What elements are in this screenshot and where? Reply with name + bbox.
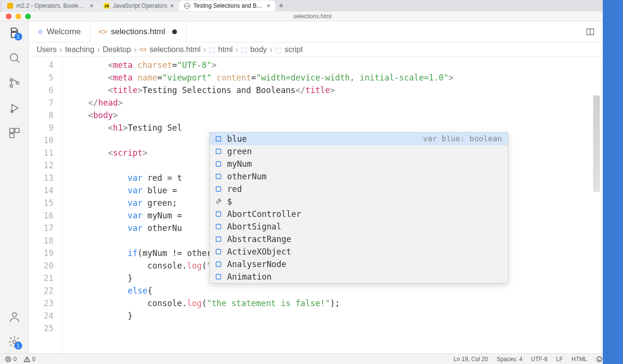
tab-label: Testing Selections and Boolea… [193, 2, 264, 9]
breadcrumb-symbol[interactable]: body [250, 45, 267, 54]
breadcrumb-symbol[interactable]: html [218, 45, 232, 54]
suggest-item[interactable]: ActiveXObject [210, 245, 508, 258]
line-number: 8 [29, 109, 54, 121]
close-icon[interactable]: × [267, 2, 271, 10]
breadcrumb-segment[interactable]: teaching [65, 45, 95, 54]
breadcrumb-segment[interactable]: Users [37, 45, 57, 54]
status-bar: 0 0 Ln 19, Col 20 Spaces: 4 UTF-8 LF HTM… [0, 353, 623, 364]
chevron-right-icon: › [236, 45, 238, 54]
svg-rect-23 [216, 262, 221, 267]
editor-tab[interactable]: <>selections.html [90, 21, 186, 42]
suggest-label: AnalyserNode [227, 259, 286, 269]
suggest-item[interactable]: otherNum [210, 170, 508, 183]
settings-badge: 1 [14, 342, 22, 350]
explorer-icon[interactable]: 1 [8, 26, 21, 40]
window-title: selections.html [35, 13, 590, 20]
video-sidebar [603, 0, 623, 364]
minimap-scrollbar[interactable] [593, 95, 600, 192]
intellisense-popup[interactable]: var blue: boolean bluegreenmyNumotherNum… [209, 132, 508, 283]
maximize-window-icon[interactable] [25, 13, 31, 19]
suggest-label: AbortController [227, 209, 301, 219]
suggest-label: $ [227, 197, 232, 206]
line-number: 19 [29, 247, 54, 259]
suggest-item[interactable]: green [210, 145, 508, 158]
tab-label: m2.2 - Operators, Booleans & [16, 2, 87, 9]
status-language[interactable]: HTML [571, 356, 587, 363]
vscode-window: 1 1 ⟐Welcome<>selections.html [0, 21, 623, 353]
line-number: 21 [29, 272, 54, 284]
svg-rect-16 [216, 162, 221, 166]
symbol-icon: ⬚ [241, 46, 247, 54]
line-number: 25 [29, 322, 54, 335]
suggest-item[interactable]: AbortController [210, 208, 508, 220]
account-icon[interactable] [8, 310, 21, 324]
browser-tab[interactable]: m2.2 - Operators, Booleans &× [2, 0, 98, 11]
source-control-icon[interactable] [8, 76, 21, 90]
code-line[interactable]: <meta charset="UTF-8"> [68, 59, 623, 71]
explorer-badge: 1 [14, 33, 22, 40]
svg-rect-6 [15, 128, 19, 133]
suggest-item[interactable]: myNum [210, 158, 508, 170]
search-icon[interactable] [8, 51, 21, 65]
tab-label: JavaScript Operators [113, 2, 167, 9]
code-line[interactable]: <title>Testing Selections and Booleans</… [68, 84, 623, 96]
suggest-item[interactable]: Animation [210, 270, 508, 283]
breadcrumb-file[interactable]: selections.html [149, 45, 201, 54]
status-errors[interactable]: 0 [5, 356, 17, 363]
close-icon[interactable]: × [90, 2, 94, 10]
js-icon: JS [103, 2, 110, 9]
breadcrumb-symbol[interactable]: script [284, 45, 303, 54]
suggest-item[interactable]: red [210, 183, 508, 195]
run-debug-icon[interactable] [8, 101, 21, 115]
close-icon[interactable]: × [170, 2, 174, 10]
status-warnings[interactable]: 0 [24, 356, 36, 363]
line-number: 13 [29, 172, 54, 184]
minimize-window-icon[interactable] [15, 13, 21, 19]
variable-icon [215, 273, 222, 281]
variable-icon [215, 248, 222, 256]
variable-icon [215, 223, 222, 230]
line-number: 12 [29, 159, 54, 172]
slides-icon [7, 2, 14, 9]
status-feedback-icon[interactable] [596, 356, 603, 363]
code-line[interactable]: <body> [68, 109, 623, 121]
code-line[interactable]: </head> [68, 96, 623, 109]
status-encoding[interactable]: UTF-8 [531, 356, 547, 363]
code-line[interactable] [68, 322, 623, 335]
suggest-item[interactable]: AbstractRange [210, 233, 508, 245]
symbol-icon: ⬚ [275, 46, 282, 54]
extensions-icon[interactable] [8, 126, 21, 140]
code-line[interactable]: } [68, 310, 623, 322]
new-tab-button[interactable]: + [275, 0, 287, 11]
tab-label: selections.html [111, 27, 165, 37]
browser-tab[interactable]: Testing Selections and Boolea…× [179, 0, 275, 11]
browser-tab[interactable]: JSJavaScript Operators× [98, 0, 179, 11]
suggest-item[interactable]: AbortSignal [210, 220, 508, 233]
svg-rect-20 [216, 224, 221, 229]
code-line[interactable]: else{ [68, 284, 623, 297]
variable-icon [215, 235, 222, 243]
line-number: 4 [29, 59, 54, 71]
split-editor-icon[interactable] [585, 27, 595, 37]
line-number: 7 [29, 96, 54, 109]
suggest-label: Animation [227, 272, 271, 282]
suggest-item[interactable]: AnalyserNode [210, 258, 508, 270]
svg-rect-22 [216, 249, 221, 254]
code-line[interactable]: console.log("the statement is false!"); [68, 297, 623, 310]
line-number: 9 [29, 121, 54, 134]
editor-area: ⟐Welcome<>selections.html Users › teachi… [29, 21, 623, 353]
editor-tab[interactable]: ⟐Welcome [29, 21, 90, 42]
html-file-icon: <> [139, 46, 147, 53]
suggest-item[interactable]: $ [210, 195, 508, 208]
status-cursor[interactable]: Ln 19, Col 20 [454, 356, 488, 363]
line-number: 24 [29, 310, 54, 322]
status-spaces[interactable]: Spaces: 4 [497, 356, 522, 363]
line-number: 22 [29, 284, 54, 297]
breadcrumb-segment[interactable]: Desktop [103, 45, 131, 54]
settings-gear-icon[interactable]: 1 [8, 335, 21, 349]
svg-rect-5 [10, 128, 14, 133]
status-eol[interactable]: LF [556, 356, 563, 363]
code-line[interactable]: <meta name="viewport" content="width=dev… [68, 71, 623, 84]
close-window-icon[interactable] [6, 13, 12, 19]
breadcrumb[interactable]: Users › teaching › Desktop › <> selectio… [29, 42, 623, 57]
